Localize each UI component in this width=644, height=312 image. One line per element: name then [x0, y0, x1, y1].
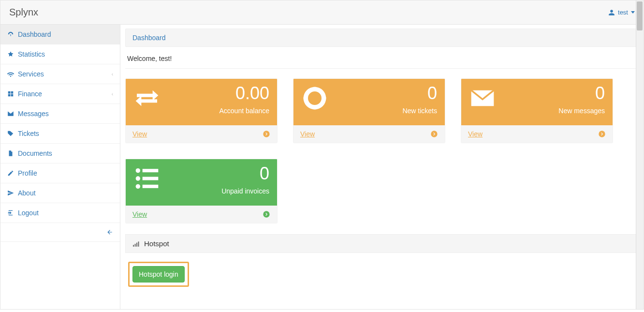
- card-new-messages: 0 New messages View: [461, 78, 613, 143]
- sidebar-item-tickets[interactable]: Tickets: [0, 124, 120, 143]
- user-icon: [608, 9, 615, 16]
- card-value: 0: [402, 85, 437, 102]
- caret-down-icon: [631, 11, 635, 14]
- lifebuoy-icon: [301, 85, 328, 112]
- sidebar-item-messages[interactable]: Messages: [0, 104, 120, 123]
- hotspot-login-button[interactable]: Hotspot login: [132, 266, 185, 282]
- sidebar-item-label: Documents: [18, 149, 52, 157]
- hotspot-title: Hotspot: [144, 239, 169, 248]
- card-view-link[interactable]: View: [293, 125, 445, 143]
- card-view-link[interactable]: View: [126, 206, 277, 223]
- svg-point-2: [599, 131, 605, 137]
- view-text: View: [132, 130, 147, 138]
- arrow-right-circle-icon: [430, 130, 438, 138]
- envelope-icon: [469, 85, 496, 112]
- dashboard-icon: [7, 31, 14, 38]
- arrow-right-circle-icon: [263, 130, 270, 138]
- sidebar-item-dashboard[interactable]: Dashboard: [0, 25, 120, 44]
- svg-rect-4: [143, 169, 159, 172]
- star-icon: [7, 51, 14, 58]
- card-unpaid-invoices: 0 Unpaid invoices View: [125, 159, 278, 223]
- card-label: New messages: [558, 107, 605, 115]
- hotspot-section-header: Hotspot: [125, 234, 639, 253]
- user-menu[interactable]: test: [608, 9, 635, 16]
- svg-rect-13: [138, 241, 139, 247]
- view-text: View: [132, 210, 147, 218]
- sidebar-item-documents[interactable]: Documents: [0, 144, 120, 163]
- svg-rect-6: [143, 177, 159, 180]
- sidebar-item-about[interactable]: About: [0, 183, 120, 203]
- sidebar-item-finance[interactable]: Finance ‹: [0, 84, 120, 104]
- svg-point-0: [263, 131, 269, 137]
- arrow-right-circle-icon: [263, 210, 270, 218]
- svg-point-1: [431, 131, 437, 137]
- card-value: 0.00: [219, 85, 269, 102]
- sidebar: Dashboard Statistics Services ‹ Finance: [0, 25, 120, 309]
- list-icon: [133, 165, 161, 192]
- logout-icon: [7, 209, 14, 216]
- arrow-right-circle-icon: [598, 130, 606, 138]
- pencil-icon: [7, 170, 14, 177]
- sidebar-item-logout[interactable]: Logout: [0, 203, 120, 223]
- brand: Splynx: [9, 7, 38, 18]
- card-view-link[interactable]: View: [126, 125, 277, 143]
- sidebar-collapse[interactable]: [0, 223, 120, 242]
- wifi-icon: [7, 71, 14, 77]
- sidebar-item-label: Profile: [18, 169, 37, 177]
- sidebar-item-statistics[interactable]: Statistics: [0, 45, 120, 64]
- chevron-left-icon: ‹: [112, 72, 113, 77]
- svg-point-3: [136, 168, 140, 173]
- sidebar-item-label: Dashboard: [18, 30, 51, 38]
- svg-point-5: [136, 176, 140, 180]
- card-value: 0: [221, 165, 269, 182]
- grid-icon: [7, 90, 14, 97]
- header: Splynx test: [0, 0, 644, 25]
- welcome-text: Welcome, test!: [125, 47, 639, 69]
- tag-icon: [7, 130, 14, 137]
- sidebar-item-label: Statistics: [18, 50, 45, 58]
- sidebar-item-label: About: [18, 189, 36, 197]
- card-label: Account balance: [219, 107, 269, 115]
- svg-point-9: [263, 211, 269, 217]
- sidebar-item-label: Logout: [18, 209, 39, 217]
- card-view-link[interactable]: View: [461, 125, 613, 143]
- card-label: Unpaid invoices: [221, 187, 269, 195]
- svg-rect-12: [136, 242, 137, 246]
- svg-rect-11: [135, 244, 136, 247]
- file-icon: [7, 150, 14, 157]
- arrow-left-icon: [106, 229, 113, 236]
- svg-rect-10: [133, 245, 134, 247]
- card-value: 0: [558, 85, 605, 102]
- breadcrumb: Dashboard: [125, 29, 639, 47]
- card-account-balance: 0.00 Account balance View: [125, 78, 278, 143]
- view-text: View: [468, 130, 483, 138]
- sidebar-item-label: Messages: [18, 110, 49, 118]
- user-name: test: [618, 9, 628, 16]
- chevron-left-icon: ‹: [112, 91, 113, 97]
- main: Dashboard Welcome, test! 0.00 Account ba…: [120, 25, 644, 309]
- plane-icon: [7, 190, 14, 196]
- scrollbar[interactable]: [636, 0, 644, 309]
- card-new-tickets: 0 New tickets View: [293, 78, 445, 143]
- hotspot-highlight: Hotspot login: [128, 262, 189, 287]
- sidebar-item-label: Finance: [18, 90, 42, 98]
- transfer-icon: [133, 85, 161, 112]
- svg-rect-8: [143, 185, 159, 188]
- sidebar-item-profile[interactable]: Profile: [0, 163, 120, 183]
- sidebar-item-label: Tickets: [18, 130, 39, 137]
- sidebar-item-services[interactable]: Services ‹: [0, 64, 120, 84]
- card-label: New tickets: [402, 107, 437, 115]
- envelope-icon: [7, 110, 14, 117]
- svg-point-7: [136, 184, 140, 189]
- sidebar-item-label: Services: [18, 70, 44, 78]
- view-text: View: [300, 130, 315, 138]
- signal-icon: [132, 240, 139, 247]
